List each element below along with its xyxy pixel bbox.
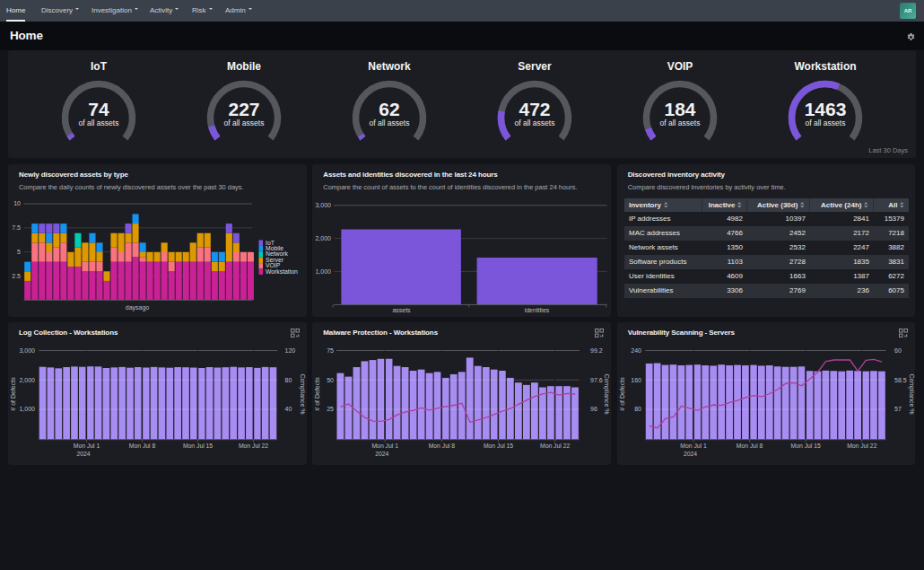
svg-text:Mon Jul 1: Mon Jul 1 xyxy=(372,442,399,448)
svg-text:# of Defects: # of Defects xyxy=(314,376,320,410)
svg-text:2024: 2024 xyxy=(684,450,697,456)
svg-text:3,000: 3,000 xyxy=(316,202,332,208)
svg-text:assets: assets xyxy=(393,307,412,313)
svg-text:57: 57 xyxy=(894,406,902,412)
svg-text:10: 10 xyxy=(13,200,21,206)
svg-text:2.5: 2.5 xyxy=(12,273,21,279)
svg-text:75: 75 xyxy=(327,346,335,353)
svg-text:160: 160 xyxy=(631,376,641,382)
svg-text:Mon Jul 22: Mon Jul 22 xyxy=(847,442,876,448)
svg-text:25: 25 xyxy=(327,406,335,412)
svg-text:Mon Jul 15: Mon Jul 15 xyxy=(484,442,513,448)
svg-text:2,000: 2,000 xyxy=(316,235,332,241)
svg-text:120: 120 xyxy=(285,346,296,353)
svg-text:2024: 2024 xyxy=(77,450,91,456)
svg-text:2,000: 2,000 xyxy=(19,376,35,382)
svg-text:Mon Jul 15: Mon Jul 15 xyxy=(790,442,820,448)
svg-text:identities: identities xyxy=(525,307,550,313)
svg-text:40: 40 xyxy=(285,406,292,412)
svg-text:58.5: 58.5 xyxy=(894,376,907,382)
svg-text:Mon Jul 22: Mon Jul 22 xyxy=(239,442,268,448)
svg-text:80: 80 xyxy=(634,406,641,412)
svg-text:daysago: daysago xyxy=(126,304,150,311)
svg-text:80: 80 xyxy=(285,376,292,382)
svg-text:Workstation: Workstation xyxy=(266,268,298,275)
svg-text:# of Defects: # of Defects xyxy=(619,376,625,410)
svg-text:Mon Jul 8: Mon Jul 8 xyxy=(429,442,456,448)
svg-text:240: 240 xyxy=(631,346,641,353)
svg-text:# of Defects: # of Defects xyxy=(10,376,16,410)
svg-text:60: 60 xyxy=(894,346,902,353)
svg-text:7.5: 7.5 xyxy=(12,224,21,231)
svg-text:1,000: 1,000 xyxy=(19,406,35,412)
svg-text:97.6: 97.6 xyxy=(590,376,603,382)
svg-text:Compliance %: Compliance % xyxy=(603,373,610,414)
svg-text:5: 5 xyxy=(17,249,21,255)
svg-text:Mon Jul 8: Mon Jul 8 xyxy=(129,442,156,448)
svg-text:2024: 2024 xyxy=(375,450,388,456)
svg-text:Mon Jul 1: Mon Jul 1 xyxy=(74,442,100,448)
svg-text:96: 96 xyxy=(590,406,597,412)
svg-text:99.2: 99.2 xyxy=(590,346,603,353)
svg-text:3,000: 3,000 xyxy=(19,346,35,353)
svg-text:Mon Jul 8: Mon Jul 8 xyxy=(737,442,763,448)
svg-text:50: 50 xyxy=(327,376,335,382)
svg-text:Compliance %: Compliance % xyxy=(299,373,306,414)
svg-text:1,000: 1,000 xyxy=(316,268,332,275)
svg-text:Compliance %: Compliance % xyxy=(908,373,915,414)
svg-text:Mon Jul 1: Mon Jul 1 xyxy=(680,442,707,448)
svg-text:Mon Jul 15: Mon Jul 15 xyxy=(183,442,213,448)
svg-text:Mon Jul 22: Mon Jul 22 xyxy=(540,442,570,448)
